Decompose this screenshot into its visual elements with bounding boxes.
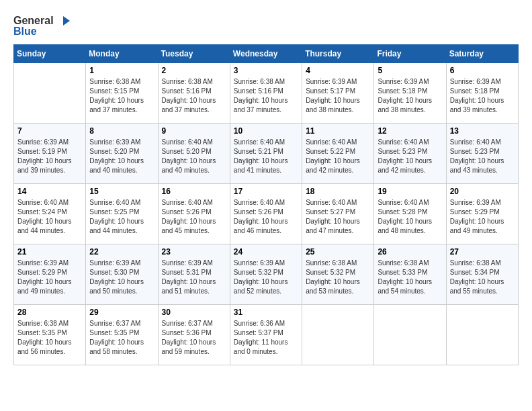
day-info: Sunrise: 6:40 AM Sunset: 5:27 PM Dayligh… <box>306 198 370 236</box>
header-thursday: Thursday <box>302 45 374 63</box>
day-cell: 12Sunrise: 6:40 AM Sunset: 5:23 PM Dayli… <box>374 124 446 184</box>
day-cell: 23Sunrise: 6:39 AM Sunset: 5:31 PM Dayli… <box>158 244 230 305</box>
day-info: Sunrise: 6:38 AM Sunset: 5:32 PM Dayligh… <box>306 259 370 296</box>
day-number: 2 <box>162 66 226 75</box>
day-number: 28 <box>17 308 82 317</box>
day-info: Sunrise: 6:40 AM Sunset: 5:20 PM Dayligh… <box>162 138 226 175</box>
week-row-5: 28Sunrise: 6:38 AM Sunset: 5:35 PM Dayli… <box>14 305 519 365</box>
day-cell: 13Sunrise: 6:40 AM Sunset: 5:23 PM Dayli… <box>446 124 518 184</box>
day-cell: 2Sunrise: 6:38 AM Sunset: 5:16 PM Daylig… <box>158 63 230 124</box>
day-info: Sunrise: 6:39 AM Sunset: 5:30 PM Dayligh… <box>89 259 154 296</box>
day-number: 9 <box>162 126 226 136</box>
day-cell: 7Sunrise: 6:39 AM Sunset: 5:19 PM Daylig… <box>14 124 86 184</box>
day-number: 5 <box>378 66 442 75</box>
day-info: Sunrise: 6:39 AM Sunset: 5:17 PM Dayligh… <box>306 77 370 115</box>
day-number: 4 <box>306 66 370 75</box>
day-cell: 6Sunrise: 6:39 AM Sunset: 5:18 PM Daylig… <box>446 63 518 124</box>
day-number: 26 <box>378 247 442 257</box>
day-cell: 21Sunrise: 6:39 AM Sunset: 5:29 PM Dayli… <box>14 244 86 305</box>
day-info: Sunrise: 6:39 AM Sunset: 5:29 PM Dayligh… <box>450 198 515 236</box>
day-number: 19 <box>378 187 442 196</box>
logo-text-blue: Blue <box>13 26 37 38</box>
day-cell: 17Sunrise: 6:40 AM Sunset: 5:26 PM Dayli… <box>230 184 302 244</box>
day-info: Sunrise: 6:36 AM Sunset: 5:37 PM Dayligh… <box>234 319 298 357</box>
day-number: 12 <box>378 126 442 136</box>
day-cell <box>14 63 86 124</box>
day-info: Sunrise: 6:38 AM Sunset: 5:16 PM Dayligh… <box>234 77 298 115</box>
day-info: Sunrise: 6:39 AM Sunset: 5:20 PM Dayligh… <box>89 138 154 175</box>
day-number: 17 <box>234 187 298 196</box>
day-cell: 16Sunrise: 6:40 AM Sunset: 5:26 PM Dayli… <box>158 184 230 244</box>
day-info: Sunrise: 6:40 AM Sunset: 5:26 PM Dayligh… <box>162 198 226 236</box>
calendar-header-row: SundayMondayTuesdayWednesdayThursdayFrid… <box>14 45 519 63</box>
day-number: 6 <box>450 66 515 75</box>
day-number: 23 <box>162 247 226 257</box>
day-number: 29 <box>89 308 154 317</box>
day-info: Sunrise: 6:39 AM Sunset: 5:29 PM Dayligh… <box>17 259 82 296</box>
day-info: Sunrise: 6:40 AM Sunset: 5:25 PM Dayligh… <box>89 198 154 236</box>
day-info: Sunrise: 6:38 AM Sunset: 5:33 PM Dayligh… <box>378 259 442 296</box>
day-number: 16 <box>162 187 226 196</box>
day-info: Sunrise: 6:38 AM Sunset: 5:15 PM Dayligh… <box>89 77 154 115</box>
header-monday: Monday <box>86 45 158 63</box>
day-number: 15 <box>89 187 154 196</box>
day-info: Sunrise: 6:39 AM Sunset: 5:32 PM Dayligh… <box>234 259 298 296</box>
day-number: 10 <box>234 126 298 136</box>
week-row-2: 7Sunrise: 6:39 AM Sunset: 5:19 PM Daylig… <box>14 124 519 184</box>
day-info: Sunrise: 6:39 AM Sunset: 5:31 PM Dayligh… <box>162 259 226 296</box>
day-cell: 4Sunrise: 6:39 AM Sunset: 5:17 PM Daylig… <box>302 63 374 124</box>
day-cell: 15Sunrise: 6:40 AM Sunset: 5:25 PM Dayli… <box>86 184 158 244</box>
day-info: Sunrise: 6:40 AM Sunset: 5:23 PM Dayligh… <box>450 138 515 175</box>
day-info: Sunrise: 6:40 AM Sunset: 5:28 PM Dayligh… <box>378 198 442 236</box>
day-info: Sunrise: 6:40 AM Sunset: 5:23 PM Dayligh… <box>378 138 442 175</box>
day-cell: 30Sunrise: 6:37 AM Sunset: 5:36 PM Dayli… <box>158 305 230 365</box>
header-friday: Friday <box>374 45 446 63</box>
day-number: 21 <box>17 247 82 257</box>
day-cell: 14Sunrise: 6:40 AM Sunset: 5:24 PM Dayli… <box>14 184 86 244</box>
day-cell: 5Sunrise: 6:39 AM Sunset: 5:18 PM Daylig… <box>374 63 446 124</box>
logo-bird-icon <box>55 13 70 28</box>
day-number: 24 <box>234 247 298 257</box>
day-number: 1 <box>89 66 154 75</box>
day-info: Sunrise: 6:40 AM Sunset: 5:22 PM Dayligh… <box>306 138 370 175</box>
day-info: Sunrise: 6:40 AM Sunset: 5:24 PM Dayligh… <box>17 198 82 236</box>
day-number: 8 <box>89 126 154 136</box>
day-cell: 9Sunrise: 6:40 AM Sunset: 5:20 PM Daylig… <box>158 124 230 184</box>
week-row-1: 1Sunrise: 6:38 AM Sunset: 5:15 PM Daylig… <box>14 63 519 124</box>
day-info: Sunrise: 6:38 AM Sunset: 5:35 PM Dayligh… <box>17 319 82 357</box>
day-info: Sunrise: 6:39 AM Sunset: 5:18 PM Dayligh… <box>450 77 515 115</box>
day-number: 22 <box>89 247 154 257</box>
day-cell: 11Sunrise: 6:40 AM Sunset: 5:22 PM Dayli… <box>302 124 374 184</box>
day-info: Sunrise: 6:38 AM Sunset: 5:34 PM Dayligh… <box>450 259 515 296</box>
day-info: Sunrise: 6:38 AM Sunset: 5:16 PM Dayligh… <box>162 77 226 115</box>
day-cell <box>374 305 446 365</box>
week-row-3: 14Sunrise: 6:40 AM Sunset: 5:24 PM Dayli… <box>14 184 519 244</box>
day-cell: 22Sunrise: 6:39 AM Sunset: 5:30 PM Dayli… <box>86 244 158 305</box>
day-info: Sunrise: 6:40 AM Sunset: 5:26 PM Dayligh… <box>234 198 298 236</box>
day-cell: 24Sunrise: 6:39 AM Sunset: 5:32 PM Dayli… <box>230 244 302 305</box>
svg-marker-0 <box>63 16 70 26</box>
week-row-4: 21Sunrise: 6:39 AM Sunset: 5:29 PM Dayli… <box>14 244 519 305</box>
day-info: Sunrise: 6:39 AM Sunset: 5:19 PM Dayligh… <box>17 138 82 175</box>
calendar-table: SundayMondayTuesdayWednesdayThursdayFrid… <box>13 44 519 365</box>
header-sunday: Sunday <box>14 45 86 63</box>
day-cell: 28Sunrise: 6:38 AM Sunset: 5:35 PM Dayli… <box>14 305 86 365</box>
day-number: 18 <box>306 187 370 196</box>
day-number: 25 <box>306 247 370 257</box>
day-number: 27 <box>450 247 515 257</box>
day-info: Sunrise: 6:39 AM Sunset: 5:18 PM Dayligh… <box>378 77 442 115</box>
day-cell: 8Sunrise: 6:39 AM Sunset: 5:20 PM Daylig… <box>86 124 158 184</box>
day-cell: 3Sunrise: 6:38 AM Sunset: 5:16 PM Daylig… <box>230 63 302 124</box>
day-cell: 19Sunrise: 6:40 AM Sunset: 5:28 PM Dayli… <box>374 184 446 244</box>
day-cell: 20Sunrise: 6:39 AM Sunset: 5:29 PM Dayli… <box>446 184 518 244</box>
day-number: 31 <box>234 308 298 317</box>
day-cell: 25Sunrise: 6:38 AM Sunset: 5:32 PM Dayli… <box>302 244 374 305</box>
day-info: Sunrise: 6:37 AM Sunset: 5:36 PM Dayligh… <box>162 319 226 357</box>
day-info: Sunrise: 6:37 AM Sunset: 5:35 PM Dayligh… <box>89 319 154 357</box>
day-number: 11 <box>306 126 370 136</box>
day-number: 30 <box>162 308 226 317</box>
day-cell: 26Sunrise: 6:38 AM Sunset: 5:33 PM Dayli… <box>374 244 446 305</box>
page-header: General Blue <box>13 13 519 38</box>
day-cell: 1Sunrise: 6:38 AM Sunset: 5:15 PM Daylig… <box>86 63 158 124</box>
day-number: 20 <box>450 187 515 196</box>
